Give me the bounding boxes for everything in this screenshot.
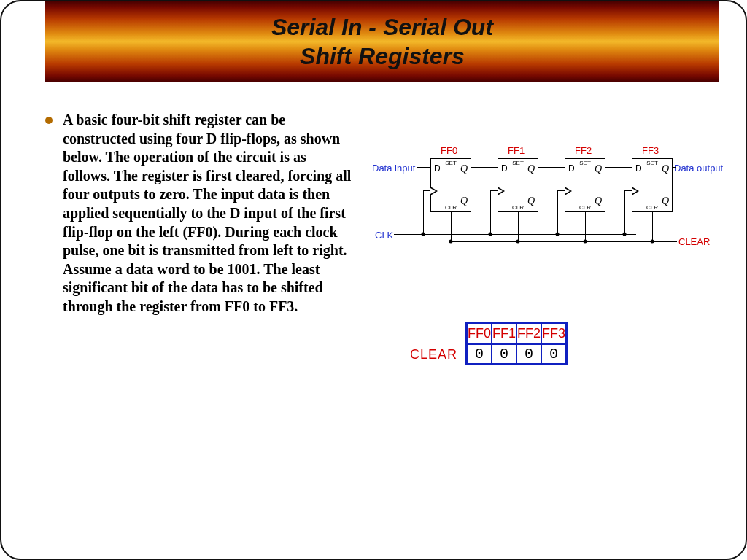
pin-d: D — [434, 163, 441, 174]
node-icon — [489, 233, 492, 236]
node-icon — [449, 240, 453, 244]
node-icon — [584, 240, 587, 244]
label-clk: CLK — [375, 230, 393, 241]
node-icon — [516, 240, 520, 244]
clock-tri-icon — [632, 187, 639, 195]
table-cell: 0 — [541, 344, 567, 365]
pin-set: SET — [579, 160, 591, 166]
bullet-item: A basic four-bit shift register can be c… — [45, 111, 352, 316]
node-icon — [556, 233, 560, 236]
pin-qbar: Q — [662, 195, 669, 207]
wire-clk — [394, 234, 636, 235]
label-data-output: Data output — [674, 163, 723, 174]
wire — [451, 212, 452, 241]
table-header: FF0 — [467, 324, 492, 344]
table-header: FF2 — [516, 324, 541, 344]
wire — [423, 190, 424, 234]
node-icon — [651, 240, 654, 244]
pin-d: D — [635, 163, 642, 174]
flipflop-3: D Q Q SET CLR — [632, 158, 673, 212]
pin-q: Q — [595, 163, 602, 175]
wire — [673, 167, 676, 168]
wire — [518, 212, 519, 241]
clear-row-label: CLEAR — [410, 347, 457, 362]
pin-d: D — [568, 163, 575, 174]
pin-qbar: Q — [595, 195, 602, 207]
wire — [585, 212, 586, 241]
circuit-diagram: Data input Data output CLK CLEAR FF0 FF1… — [374, 144, 724, 260]
pin-clr: CLR — [512, 204, 524, 211]
wire — [624, 190, 625, 234]
pin-q: Q — [527, 163, 535, 175]
table-header: FF3 — [541, 324, 567, 344]
table-cell: 0 — [492, 344, 516, 365]
pin-clr: CLR — [445, 204, 457, 211]
flipflop-1: D Q Q SET CLR — [498, 158, 538, 212]
ff-label-3: FF3 — [642, 145, 659, 156]
title-line-2: Shift Registers — [300, 43, 465, 69]
wire — [423, 190, 430, 191]
slide-title: Serial In - Serial Out Shift Registers — [271, 12, 493, 71]
wire — [471, 167, 498, 168]
pin-q: Q — [662, 163, 669, 175]
label-data-input: Data input — [372, 163, 415, 174]
clock-tri-icon — [565, 187, 572, 195]
title-banner: Serial In - Serial Out Shift Registers — [45, 1, 719, 82]
flipflop-0: D Q Q SET CLR — [430, 158, 471, 212]
ff-label-2: FF2 — [575, 145, 592, 156]
node-icon — [623, 233, 627, 236]
label-clear: CLEAR — [678, 236, 710, 247]
state-table: FF0 FF1 FF2 FF3 0 0 0 0 — [465, 322, 568, 365]
pin-set: SET — [445, 160, 457, 166]
wire — [605, 167, 632, 168]
wire — [490, 190, 498, 191]
pin-q: Q — [460, 163, 468, 175]
table-row: FF0 FF1 FF2 FF3 — [467, 324, 567, 344]
body-content: A basic four-bit shift register can be c… — [45, 111, 352, 316]
pin-d: D — [501, 163, 508, 174]
table-row: 0 0 0 0 — [467, 344, 567, 365]
wire — [490, 190, 491, 234]
bullet-text: A basic four-bit shift register can be c… — [63, 111, 352, 316]
pin-clr: CLR — [579, 204, 591, 211]
pin-qbar: Q — [460, 195, 468, 207]
table-header: FF1 — [492, 324, 516, 344]
pin-set: SET — [646, 160, 658, 166]
wire — [557, 190, 565, 191]
ff-label-1: FF1 — [508, 145, 525, 156]
table-cell: 0 — [516, 344, 541, 365]
wire — [538, 167, 565, 168]
wire-clear — [451, 241, 677, 242]
node-icon — [422, 233, 425, 236]
flipflop-2: D Q Q SET CLR — [565, 158, 605, 212]
ff-label-0: FF0 — [441, 145, 457, 156]
wire — [652, 212, 653, 241]
clock-tri-icon — [498, 187, 505, 195]
wire — [417, 167, 430, 168]
pin-set: SET — [512, 160, 524, 166]
title-line-1: Serial In - Serial Out — [271, 14, 493, 40]
pin-clr: CLR — [646, 204, 658, 211]
wire — [557, 190, 558, 234]
bullet-icon — [45, 117, 53, 124]
wire — [624, 190, 632, 191]
pin-qbar: Q — [527, 195, 535, 207]
table-cell: 0 — [467, 344, 492, 365]
slide: Serial In - Serial Out Shift Registers A… — [0, 0, 747, 560]
clock-tri-icon — [430, 187, 438, 195]
